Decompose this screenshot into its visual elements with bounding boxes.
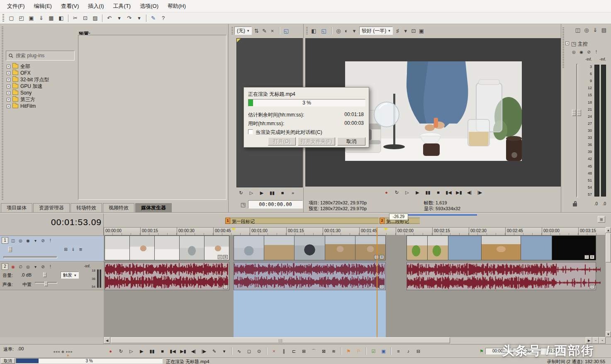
paste-icon[interactable]: ▨	[90, 14, 100, 22]
cut-icon[interactable]: ✂	[71, 14, 80, 22]
tools-dropdown-icon[interactable]: ≡	[394, 347, 403, 355]
menu-item[interactable]: 编辑(E)	[29, 2, 56, 10]
play-icon[interactable]: ▶	[413, 188, 422, 197]
menu-item[interactable]: 工具(T)	[109, 2, 136, 10]
plugin-tree-item[interactable]: + 全部	[6, 63, 76, 70]
menu-item[interactable]: 文件(F)	[2, 2, 29, 10]
preset-list[interactable]	[78, 35, 226, 200]
event-pan-crop-badge[interactable]: ⊡	[584, 255, 589, 259]
marker-flag[interactable]: 1	[225, 218, 230, 224]
interactive-tutorials-icon[interactable]: ✎	[148, 14, 158, 22]
timeline-vscrollbar[interactable]: ▲ ▼	[606, 227, 611, 337]
master-fader-handle-left[interactable]	[572, 109, 576, 116]
master-fader-track[interactable]	[576, 64, 578, 197]
open-button[interactable]: 打开(O)	[268, 137, 296, 146]
mixer-properties-icon[interactable]: ▤	[600, 26, 608, 34]
project-video-properties-icon[interactable]: ◧	[309, 27, 319, 35]
previous-frame-icon[interactable]: ◀|	[189, 347, 198, 355]
save-snapshot-icon[interactable]: ▣	[418, 27, 425, 35]
invert-phase-icon[interactable]: ∅	[17, 264, 24, 270]
automation-settings-icon[interactable]: ◉	[578, 49, 585, 55]
copy-snapshot-icon[interactable]: ⊡	[410, 27, 417, 35]
insert-region-icon[interactable]: ⚐	[354, 347, 363, 355]
previous-frame-icon[interactable]: ◀|	[465, 188, 474, 197]
edit-media-icon[interactable]: ✎	[261, 27, 268, 35]
track-fx-icon[interactable]: ◎	[24, 264, 32, 270]
downmix-output-icon[interactable]: ⇓	[591, 26, 599, 34]
track-motion-icon[interactable]: ◫	[10, 238, 17, 244]
whats-this-help-icon[interactable]: ?	[158, 14, 168, 22]
bus-fx-icon[interactable]: ◎	[570, 49, 577, 55]
split-screen-view-icon[interactable]: ◐	[343, 27, 350, 35]
event-fx-badge[interactable]: ⊞	[590, 255, 594, 259]
expand-icon[interactable]: +	[7, 65, 10, 68]
play-from-start-icon[interactable]: ▷	[127, 347, 136, 355]
scroll-up-icon[interactable]: ▲	[606, 227, 611, 233]
mixer-icon[interactable]: ♪	[404, 347, 413, 355]
plugin-tree-item[interactable]: + 第三方	[6, 96, 76, 103]
plugin-tree-item[interactable]: + HitFilm	[6, 103, 76, 109]
mute-icon[interactable]: ⊘	[39, 264, 46, 270]
project-properties-icon[interactable]: ◧	[56, 14, 66, 22]
redo-dropdown-icon[interactable]: ▾	[134, 14, 144, 22]
redo-icon[interactable]: ↷	[124, 14, 134, 22]
trim-icon[interactable]: ⊏	[289, 347, 299, 355]
hscrollbar-thumb[interactable]	[111, 337, 450, 343]
loop-region-bar[interactable]	[407, 214, 477, 216]
go-to-start-icon[interactable]: ▮◀	[168, 347, 178, 355]
menu-item[interactable]: 插入(I)	[83, 2, 108, 10]
next-frame-icon[interactable]: |▶	[475, 188, 484, 197]
snap-icon[interactable]: ⌒	[309, 347, 319, 355]
loop-playback-icon[interactable]: ↻	[392, 188, 402, 197]
stop-icon[interactable]: ■	[433, 188, 443, 197]
tab-project-media[interactable]: 项目媒体	[1, 203, 32, 212]
open-project-icon[interactable]: ◰	[17, 14, 26, 22]
status-cancel-button[interactable]: 取消	[1, 358, 15, 364]
video-track-header[interactable]: 1 ◫◎◉▾⊘! ⊞⇓≣	[0, 235, 104, 262]
play-from-start-icon[interactable]: ▷	[247, 189, 256, 197]
solo-icon[interactable]: !	[47, 264, 54, 270]
video-output-fx-icon[interactable]: ◎	[335, 27, 342, 35]
mute-icon[interactable]: ⊘	[39, 238, 46, 244]
cursor-timecode-display[interactable]: 00:01:53.09	[23, 217, 102, 227]
marker-tool-icon[interactable]: ≣	[598, 216, 605, 223]
pause-icon[interactable]: ▮▮	[268, 189, 277, 197]
marker-bar[interactable]: 1 第一段标记 2 第二段标记 -26.29 ≣	[104, 214, 611, 227]
compositing-mode-icon[interactable]: ⇓	[70, 246, 77, 252]
play-icon[interactable]: ▶	[257, 189, 267, 197]
auto-ripple-icon[interactable]: ≋	[329, 347, 338, 355]
plugin-search-box[interactable]: 搜索 plug-ins	[6, 51, 75, 61]
solo-icon[interactable]: !	[47, 238, 54, 244]
delete-icon[interactable]: ×	[269, 347, 279, 355]
panel-drag-handle[interactable]	[231, 27, 233, 34]
selection-edit-tool-icon[interactable]: ◻	[244, 347, 254, 355]
record-icon[interactable]: ●	[106, 347, 115, 355]
audio-event[interactable]: ⊡	[105, 262, 229, 290]
preview-quality-dropdown[interactable]: 较好 (一半)▾	[359, 27, 393, 35]
undo-dropdown-icon[interactable]: ▾	[114, 14, 124, 22]
rate-shuttle[interactable]: ◂◂◂ ◆ ▸▸▸	[53, 349, 73, 354]
remove-media-icon[interactable]: ×	[269, 27, 276, 35]
lock-envelopes-icon[interactable]: ⊠	[319, 347, 329, 355]
plugin-tree-item[interactable]: + Sony	[6, 90, 76, 96]
go-to-end-icon[interactable]: ▶▮	[178, 347, 188, 355]
sort-media-icon[interactable]: ⇅	[253, 27, 260, 35]
expand-icon[interactable]: +	[7, 71, 10, 75]
lock-icon[interactable]	[573, 203, 577, 206]
event-fx-badge[interactable]: ⊡	[223, 285, 228, 289]
trimmer-history-dropdown[interactable]: (无)▾	[234, 27, 252, 35]
undo-icon[interactable]: ↶	[105, 14, 114, 22]
plugin-tree-item[interactable]: + 32-bit 浮点型	[6, 76, 76, 83]
menu-item[interactable]: 帮助(H)	[163, 2, 190, 10]
insert-marker-icon[interactable]: ⚑	[344, 347, 353, 355]
external-monitor-icon[interactable]: ◱	[319, 27, 329, 35]
master-fader-handle-right[interactable]	[577, 109, 581, 116]
marker-flag[interactable]: 2	[380, 218, 385, 224]
loop-playback-icon[interactable]: ↻	[116, 347, 126, 355]
trimmer-timecode[interactable]: 00:00:00.00	[248, 200, 303, 209]
selection-end-marker[interactable]	[384, 228, 388, 231]
audio-event[interactable]: ⊡	[407, 262, 596, 290]
stop-icon[interactable]: ■	[278, 189, 287, 197]
time-selection-region[interactable]	[234, 290, 386, 337]
play-from-start-icon[interactable]: ▷	[402, 188, 412, 197]
